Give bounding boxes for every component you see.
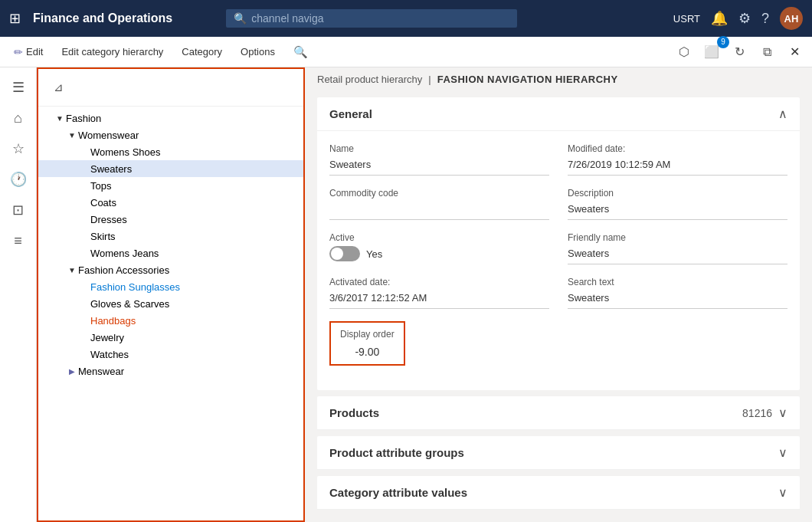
- star-button[interactable]: ☆: [5, 135, 32, 163]
- category-attr-section: Category attribute values ∨: [317, 476, 800, 510]
- description-value[interactable]: Sweaters: [568, 202, 787, 220]
- popout-button[interactable]: ⧉: [755, 41, 778, 64]
- apps-icon-button[interactable]: ⬜ 9: [700, 41, 723, 64]
- general-section-header[interactable]: General ∧: [317, 97, 800, 131]
- active-toggle[interactable]: [329, 246, 360, 261]
- tree-item-jewelry[interactable]: ▶ Jewelry: [38, 329, 303, 346]
- display-order-value[interactable]: -9.00: [340, 343, 395, 358]
- search-text-value[interactable]: Sweaters: [568, 291, 787, 309]
- refresh-button[interactable]: ↻: [728, 41, 751, 64]
- user-avatar[interactable]: AH: [780, 7, 803, 30]
- display-order-label: Display order: [340, 329, 395, 340]
- modified-label: Modified date:: [568, 143, 787, 154]
- options-button[interactable]: Options: [233, 43, 283, 61]
- tree-item-womens-shoes[interactable]: ▶ Womens Shoes: [38, 143, 303, 160]
- settings-icon[interactable]: ⚙: [738, 10, 751, 27]
- tree-item-watches[interactable]: ▶ Watches: [38, 346, 303, 363]
- general-section: General ∧ Name Sweaters Modified date: 7…: [317, 97, 800, 390]
- tree-item-coats[interactable]: ▶ Coats: [38, 194, 303, 211]
- activated-field: Activated date: 3/6/2017 12:12:52 AM: [329, 277, 549, 309]
- products-toggle-icon: ∨: [778, 405, 787, 420]
- tree-panel: ⊿ ▼ Fashion ▼ Womenswear ▶ Womens Shoes …: [37, 67, 305, 522]
- expand-gloves-icon: ▶: [78, 297, 90, 310]
- expand-fashion-icon: ▼: [54, 112, 66, 124]
- search-box[interactable]: 🔍: [226, 9, 517, 28]
- search-input[interactable]: [251, 12, 509, 25]
- breadcrumb-separator: |: [428, 74, 431, 85]
- display-order-col: Display order -9.00: [329, 321, 405, 366]
- general-title: General: [329, 107, 372, 120]
- products-section: Products 81216 ∨: [317, 396, 800, 430]
- expand-dresses-icon: ▶: [78, 213, 90, 225]
- tree-item-womenswear[interactable]: ▼ Womenswear: [38, 126, 303, 143]
- badge-count: 9: [717, 36, 729, 48]
- name-label: Name: [329, 143, 549, 154]
- clock-button[interactable]: 🕐: [5, 166, 32, 193]
- grid-icon[interactable]: ⊞: [9, 10, 21, 27]
- tree-item-sweaters[interactable]: ▶ Sweaters: [38, 160, 303, 177]
- commodity-value[interactable]: [329, 202, 549, 220]
- activated-label: Activated date:: [329, 277, 549, 287]
- tree-item-handbags[interactable]: ▶ Handbags: [38, 312, 303, 329]
- help-icon[interactable]: ?: [761, 11, 769, 27]
- active-label: Active: [329, 232, 549, 243]
- edit-icon: ✏: [14, 46, 23, 58]
- tree-item-fashion[interactable]: ▼ Fashion: [38, 110, 303, 126]
- active-toggle-text: Yes: [366, 248, 382, 260]
- hamburger-button[interactable]: ☰: [5, 74, 32, 101]
- empty-col: [424, 321, 787, 366]
- grid2-button[interactable]: ⊡: [5, 196, 32, 224]
- top-nav-right: USRT 🔔 ⚙ ? AH: [673, 7, 803, 30]
- edit-button[interactable]: ✏ Edit: [6, 43, 51, 61]
- friendly-label: Friendly name: [568, 232, 787, 243]
- expand-watches-icon: ▶: [78, 348, 90, 360]
- detail-panel: Retail product hierarchy | FASHION NAVIG…: [305, 67, 812, 522]
- expand-womenswear-icon: ▼: [66, 129, 78, 141]
- tree-item-fashion-accessories[interactable]: ▼ Fashion Accessories: [38, 261, 303, 278]
- friendly-value[interactable]: Sweaters: [568, 246, 787, 264]
- sidebar-icons: ☰ ⌂ ☆ 🕐 ⊡ ≡: [0, 67, 37, 522]
- products-title: Products: [329, 406, 379, 419]
- product-attr-title: Product attribute groups: [329, 446, 464, 459]
- expand-skirts-icon: ▶: [78, 230, 90, 242]
- category-button[interactable]: Category: [174, 43, 230, 61]
- edit-hierarchy-button[interactable]: Edit category hierarchy: [54, 43, 171, 61]
- toolbar-right: ⬡ ⬜ 9 ↻ ⧉ ✕: [673, 41, 806, 64]
- general-section-body: Name Sweaters Modified date: 7/26/2019 1…: [317, 131, 800, 390]
- tree-item-dresses[interactable]: ▶ Dresses: [38, 211, 303, 228]
- form-row-5: Display order -9.00: [329, 321, 787, 366]
- product-attr-toggle-icon: ∨: [778, 445, 787, 460]
- tree-item-skirts[interactable]: ▶ Skirts: [38, 228, 303, 245]
- commodity-label: Commodity code: [329, 188, 549, 199]
- close-button[interactable]: ✕: [783, 41, 806, 64]
- search-toolbar-button[interactable]: 🔍: [286, 42, 316, 62]
- name-value[interactable]: Sweaters: [329, 157, 549, 176]
- category-attr-header[interactable]: Category attribute values ∨: [317, 476, 800, 510]
- activated-value: 3/6/2017 12:12:52 AM: [329, 291, 549, 309]
- tree-item-womens-jeans[interactable]: ▶ Womens Jeans: [38, 245, 303, 261]
- modified-field: Modified date: 7/26/2019 10:12:59 AM: [568, 143, 787, 176]
- apps-icon: ⬜: [704, 44, 719, 59]
- tree-item-fashion-sunglasses[interactable]: ▶ Fashion Sunglasses: [38, 278, 303, 295]
- home-button[interactable]: ⌂: [5, 104, 32, 132]
- friendly-field: Friendly name Sweaters: [568, 232, 787, 264]
- breadcrumb: Retail product hierarchy | FASHION NAVIG…: [305, 67, 812, 91]
- product-attr-header[interactable]: Product attribute groups ∨: [317, 436, 800, 470]
- expand-sunglasses-icon: ▶: [78, 281, 90, 293]
- description-label: Description: [568, 188, 787, 199]
- form-row-3: Active Yes Friendly name Sweaters: [329, 232, 787, 264]
- bell-icon[interactable]: 🔔: [711, 10, 728, 27]
- personas-icon-button[interactable]: ⬡: [673, 41, 696, 64]
- name-field: Name Sweaters: [329, 143, 549, 176]
- display-order-box: Display order -9.00: [329, 321, 405, 366]
- tree-item-tops[interactable]: ▶ Tops: [38, 177, 303, 194]
- list-button[interactable]: ≡: [5, 227, 32, 254]
- app-title: Finance and Operations: [33, 11, 172, 25]
- products-section-header[interactable]: Products 81216 ∨: [317, 396, 800, 430]
- tree-body: ▼ Fashion ▼ Womenswear ▶ Womens Shoes ▶ …: [38, 107, 303, 382]
- tree-item-menswear[interactable]: ▶ Menswear: [38, 363, 303, 379]
- form-row-2: Commodity code Description Sweaters: [329, 188, 787, 220]
- tree-item-gloves-scarves[interactable]: ▶ Gloves & Scarves: [38, 295, 303, 312]
- filter-button[interactable]: ⊿: [44, 74, 72, 101]
- expand-womens-jeans-icon: ▶: [78, 247, 90, 259]
